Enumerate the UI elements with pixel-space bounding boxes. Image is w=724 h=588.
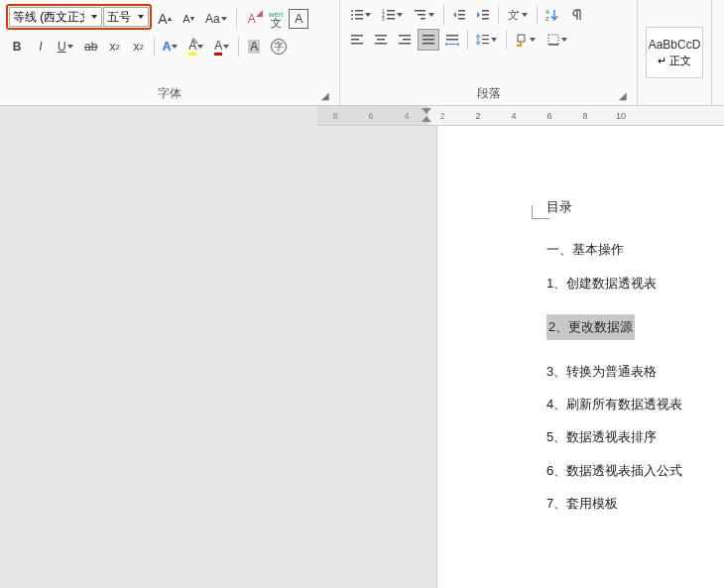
grow-font-button[interactable]: A▴ <box>154 8 176 30</box>
paragraph-dialog-launcher[interactable]: ◢ <box>617 89 629 101</box>
sort-button[interactable]: AZ <box>542 4 563 26</box>
line-spacing-button[interactable] <box>472 29 502 51</box>
doc-line[interactable]: 3、转换为普通表格 <box>546 360 724 383</box>
svg-text:A: A <box>545 9 549 15</box>
gutter <box>0 106 436 588</box>
document-page[interactable]: 目录 一、基本操作 1、创建数据透视表 2、更改数据源 3、转换为普通表格 4、… <box>436 126 724 588</box>
svg-rect-16 <box>458 14 465 16</box>
font-color-button[interactable]: A <box>210 36 234 58</box>
font-size-combo[interactable] <box>103 7 149 27</box>
svg-rect-18 <box>482 10 489 12</box>
decrease-indent-button[interactable] <box>448 4 470 26</box>
bullets-button[interactable] <box>346 4 376 26</box>
multilevel-list-button[interactable] <box>410 4 439 26</box>
font-dialog-launcher[interactable]: ◢ <box>319 89 331 101</box>
font-size-input[interactable] <box>104 10 134 24</box>
doc-title[interactable]: 目录 <box>546 195 724 218</box>
phonetic-guide-button[interactable]: wén文 <box>265 8 288 30</box>
svg-rect-24 <box>351 35 363 37</box>
svg-rect-41 <box>548 35 558 45</box>
svg-rect-13 <box>418 14 425 16</box>
svg-point-0 <box>351 10 353 12</box>
svg-rect-19 <box>482 14 489 16</box>
svg-rect-30 <box>399 35 411 37</box>
svg-rect-3 <box>355 14 363 16</box>
underline-button[interactable]: U <box>54 36 78 58</box>
svg-rect-31 <box>403 39 411 41</box>
svg-rect-38 <box>482 35 489 36</box>
shrink-font-button[interactable]: A▾ <box>178 8 199 30</box>
style-sample-text: AaBbCcD <box>649 38 701 52</box>
svg-rect-17 <box>458 18 465 20</box>
italic-button[interactable]: I <box>30 36 52 58</box>
font-group-label: 字体 ◢ <box>6 82 333 103</box>
svg-rect-25 <box>351 39 359 41</box>
paragraph-group: 123 文 AZ <box>340 0 638 105</box>
horizontal-ruler[interactable]: 8 6 4 2 2 4 6 8 10 <box>317 106 724 126</box>
workspace: 8 6 4 2 2 4 6 8 10 目录 一、基本操作 1、创建数据透视表 2… <box>0 106 724 588</box>
style-normal[interactable]: AaBbCcD ↵ 正文 <box>646 27 703 78</box>
align-left-button[interactable] <box>346 29 368 51</box>
svg-rect-26 <box>351 43 363 45</box>
doc-line[interactable]: 7、套用模板 <box>546 492 724 515</box>
svg-text:2: 2 <box>382 12 385 18</box>
superscript-button[interactable]: x2 <box>128 36 150 58</box>
font-name-input[interactable] <box>10 10 87 24</box>
change-case-button[interactable]: Aa <box>201 8 232 30</box>
svg-rect-36 <box>446 35 458 37</box>
svg-rect-32 <box>399 43 411 45</box>
show-marks-button[interactable] <box>565 4 587 26</box>
styles-group: AaBbCcD ↵ 正文 <box>638 0 712 105</box>
font-name-dropdown[interactable] <box>87 15 101 19</box>
svg-point-4 <box>351 18 353 20</box>
svg-rect-1 <box>355 10 363 12</box>
svg-rect-33 <box>422 35 434 37</box>
enclose-char-button[interactable]: 字 <box>267 36 291 58</box>
svg-rect-29 <box>375 43 387 45</box>
svg-text:文: 文 <box>508 9 519 21</box>
numbering-button[interactable]: 123 <box>378 4 408 26</box>
clear-format-button[interactable]: A◢ <box>241 8 263 30</box>
cursor-indicator <box>532 205 549 219</box>
doc-line[interactable]: 一、基本操作 <box>546 238 724 261</box>
svg-text:1: 1 <box>382 8 385 14</box>
increase-indent-button[interactable] <box>472 4 494 26</box>
char-shading-button[interactable]: A <box>243 36 265 58</box>
svg-rect-35 <box>422 43 434 45</box>
svg-text:Z: Z <box>545 16 549 22</box>
align-center-button[interactable] <box>370 29 392 51</box>
doc-line[interactable]: 1、创建数据透视表 <box>546 272 724 294</box>
font-name-combo[interactable] <box>9 7 102 27</box>
svg-rect-27 <box>375 35 387 37</box>
char-border-button[interactable]: A <box>289 9 308 29</box>
svg-text:3: 3 <box>382 16 385 22</box>
subscript-button[interactable]: x2 <box>104 36 126 58</box>
ribbon: A▴ A▾ Aa A◢ wén文 A B I U ab x2 x2 A A✎ A <box>0 0 724 106</box>
svg-rect-40 <box>482 43 489 44</box>
svg-rect-7 <box>387 10 395 12</box>
shading-button[interactable] <box>511 29 541 51</box>
svg-point-2 <box>351 14 353 16</box>
doc-line-selected[interactable]: 2、更改数据源 <box>546 314 635 339</box>
bold-button[interactable]: B <box>6 36 28 58</box>
svg-rect-39 <box>482 39 489 40</box>
distribute-button[interactable] <box>441 29 463 51</box>
paragraph-group-label: 段落 ◢ <box>346 82 631 103</box>
align-right-button[interactable] <box>394 29 416 51</box>
highlight-button[interactable]: A✎ <box>184 36 208 58</box>
align-justify-button[interactable] <box>418 29 439 51</box>
svg-rect-42 <box>548 44 558 46</box>
borders-button[interactable] <box>543 29 572 51</box>
svg-rect-20 <box>482 18 489 20</box>
style-name-label: ↵ 正文 <box>658 54 691 68</box>
strike-button[interactable]: ab <box>80 36 102 58</box>
svg-rect-34 <box>422 39 434 41</box>
doc-line[interactable]: 6、数据透视表插入公式 <box>546 459 724 482</box>
text-effects-button[interactable]: A <box>159 36 183 58</box>
svg-rect-15 <box>458 10 465 12</box>
svg-rect-28 <box>377 39 385 41</box>
doc-line[interactable]: 5、数据透视表排序 <box>546 425 724 448</box>
text-direction-button[interactable]: 文 <box>503 4 533 26</box>
font-size-dropdown[interactable] <box>134 15 148 19</box>
doc-line[interactable]: 4、刷新所有数据透视表 <box>546 393 724 415</box>
